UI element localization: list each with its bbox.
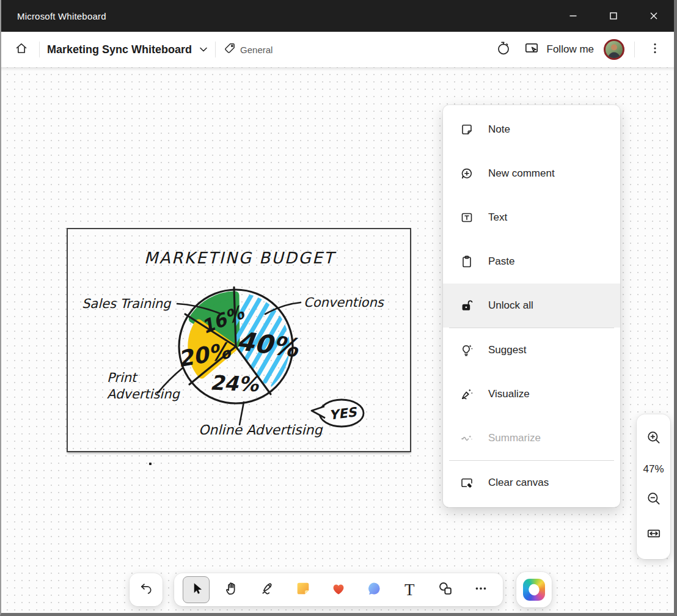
cursor-arrow-icon: [188, 581, 204, 599]
shapes-tool[interactable]: [432, 576, 459, 603]
menu-item-suggest[interactable]: Suggest: [443, 328, 620, 372]
follow-me-label: Follow me: [547, 43, 594, 56]
tag-label: General: [240, 45, 273, 55]
comment-tool[interactable]: [360, 576, 387, 603]
menu-item-new-comment[interactable]: New comment: [443, 152, 620, 196]
whiteboard-canvas[interactable]: MARKETING BUDGET: [1, 67, 674, 613]
pie-chart-drawing: MARKETING BUDGET: [68, 229, 410, 451]
kebab-menu-icon: [648, 42, 662, 57]
select-tool[interactable]: [183, 576, 210, 603]
canvas-context-menu: Note New comment Text Paste: [443, 105, 620, 507]
label-print-line2: Advertising: [107, 387, 180, 402]
zoom-in-button[interactable]: [643, 428, 664, 449]
chevron-down-icon[interactable]: [199, 44, 208, 55]
new-comment-icon: [459, 166, 475, 182]
window-title: Microsoft Whiteboard: [17, 11, 106, 21]
zoom-in-icon: [646, 430, 662, 448]
zoom-out-icon: [646, 491, 662, 509]
fit-to-screen-icon: [646, 526, 662, 544]
more-tools-button[interactable]: [467, 576, 494, 603]
zoom-panel: 47%: [637, 414, 670, 559]
comment-bubble-icon: [365, 580, 382, 600]
summarize-icon: [459, 430, 475, 446]
shapes-icon: [437, 580, 454, 600]
screen-share-icon: [524, 40, 540, 59]
label-print-line1: Print: [107, 370, 138, 385]
undo-icon: [138, 581, 154, 599]
copilot-button[interactable]: [516, 572, 552, 607]
text-tool-icon: T: [404, 582, 415, 598]
header-divider: [634, 42, 635, 57]
slice-value-24: 24%: [210, 371, 260, 397]
visualize-icon: [459, 386, 475, 402]
home-button[interactable]: [11, 39, 32, 60]
menu-item-label: New comment: [488, 167, 555, 180]
menu-item-note[interactable]: Note: [443, 108, 620, 152]
header-divider: [215, 42, 216, 57]
undo-button[interactable]: [130, 573, 163, 606]
zoom-level[interactable]: 47%: [643, 463, 664, 475]
text-icon: [459, 210, 475, 226]
sticky-note-icon: [295, 580, 312, 600]
menu-item-paste[interactable]: Paste: [443, 240, 620, 284]
menu-item-label: Text: [488, 211, 507, 224]
tools-toolbar: T: [174, 573, 503, 606]
board-title[interactable]: Marketing Sync Whiteboard: [47, 43, 192, 56]
timer-icon: [496, 40, 511, 59]
menu-item-label: Note: [488, 123, 510, 136]
menu-item-summarize[interactable]: Summarize: [443, 416, 620, 460]
more-options-button[interactable]: [645, 39, 665, 60]
tag-button[interactable]: General: [223, 42, 273, 57]
menu-item-clear-canvas[interactable]: Clear canvas: [443, 461, 620, 505]
menu-item-label: Clear canvas: [488, 477, 549, 489]
paste-icon: [459, 254, 475, 270]
header-divider: [39, 42, 40, 57]
label-online-advertising: Online Advertising: [199, 422, 323, 438]
menu-item-label: Unlock all: [488, 299, 533, 312]
menu-item-visualize[interactable]: Visualize: [443, 372, 620, 416]
close-button[interactable]: [634, 0, 674, 32]
ellipsis-icon: [473, 581, 489, 599]
unlock-icon: [459, 298, 475, 314]
tag-icon: [223, 42, 236, 57]
fit-to-screen-button[interactable]: [643, 524, 664, 545]
text-tool[interactable]: T: [396, 576, 423, 603]
maximize-button[interactable]: [593, 0, 634, 32]
ink-pen-tool[interactable]: [254, 576, 281, 603]
menu-item-label: Suggest: [488, 344, 526, 356]
home-icon: [14, 41, 29, 58]
minimize-button[interactable]: [553, 0, 593, 32]
heart-icon: [330, 580, 347, 600]
menu-item-text[interactable]: Text: [443, 196, 620, 240]
label-sales-training: Sales Training: [82, 296, 172, 311]
ink-pen-icon: [259, 580, 276, 600]
app-header: Marketing Sync Whiteboard General: [1, 32, 674, 67]
avatar[interactable]: [604, 39, 624, 60]
marketing-budget-frame[interactable]: MARKETING BUDGET: [67, 228, 411, 452]
hand-icon: [224, 581, 240, 599]
ink-dot-mark: [149, 463, 152, 465]
whiteboard-app-window: Microsoft Whiteboard Marketing Sync Whit…: [0, 0, 677, 616]
chart-title: MARKETING BUDGET: [144, 249, 337, 267]
slice-value-20: 20%: [176, 338, 233, 372]
menu-item-label: Summarize: [488, 432, 541, 444]
title-bar: Microsoft Whiteboard: [1, 0, 674, 32]
zoom-out-button[interactable]: [643, 490, 664, 510]
menu-item-label: Paste: [488, 255, 514, 268]
menu-item-label: Visualize: [488, 388, 530, 400]
follow-me-button[interactable]: Follow me: [524, 40, 594, 59]
pan-tool[interactable]: [218, 576, 245, 603]
reaction-tool[interactable]: [325, 576, 352, 603]
label-conventions: Conventions: [304, 295, 385, 310]
menu-item-unlock-all[interactable]: Unlock all: [443, 284, 620, 328]
note-icon: [459, 122, 475, 138]
clear-canvas-icon: [459, 475, 475, 491]
sticky-note-tool[interactable]: [290, 576, 317, 603]
timer-button[interactable]: [493, 39, 514, 60]
suggest-icon: [459, 342, 475, 358]
copilot-icon: [523, 579, 545, 601]
